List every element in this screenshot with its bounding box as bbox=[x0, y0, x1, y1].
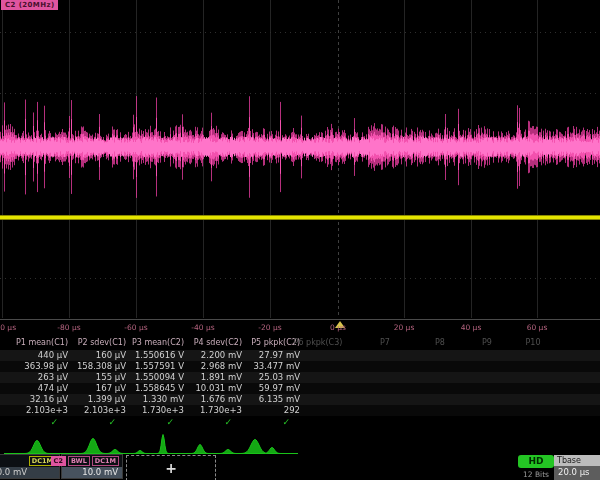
channel-c2-descriptor[interactable]: C2 BWL DC1M 10.0 mV bbox=[61, 454, 123, 479]
measurement-row: 2.103e+32.103e+31.730e+31.730e+3292 bbox=[0, 405, 600, 416]
param-header[interactable]: P4 sdev(C2) bbox=[184, 338, 242, 347]
measurement-value: 10.031 mV bbox=[184, 383, 242, 394]
measurement-value: 167 µV bbox=[68, 383, 126, 394]
timebase-title: Tbase bbox=[554, 455, 600, 466]
measurement-value: 363.98 µV bbox=[10, 361, 68, 372]
c1-vertical-scale: 10.0 mV bbox=[0, 467, 59, 478]
measurement-value: 474 µV bbox=[10, 383, 68, 394]
c2-channel-badge: C2 bbox=[51, 456, 66, 466]
measurement-value: 292 bbox=[242, 405, 300, 416]
green-pulse-trace bbox=[0, 428, 600, 454]
measurement-header-row: P1 mean(C1)P2 sdev(C1)P3 mean(C2)P4 sdev… bbox=[0, 338, 600, 350]
measurement-value: 158.308 µV bbox=[68, 361, 126, 372]
descriptor-row: DC1M 10.0 mV C2 BWL DC1M 10.0 mV + HD 12… bbox=[0, 454, 600, 480]
axis-tick-label: 60 µs bbox=[527, 323, 548, 332]
measurement-value: 6.135 mV bbox=[242, 394, 300, 405]
status-check-icon: ✓ bbox=[174, 416, 232, 428]
waveform-grid bbox=[0, 0, 600, 322]
c2-vertical-scale: 10.0 mV bbox=[62, 467, 122, 478]
timebase-value: 20.0 µs bbox=[554, 466, 600, 479]
measurement-value: 263 µV bbox=[10, 372, 68, 383]
param-header-inactive[interactable]: P7 bbox=[380, 338, 390, 347]
measurement-row: 363.98 µV158.308 µV1.557591 V2.968 mV33.… bbox=[0, 361, 600, 372]
timebase-descriptor[interactable]: Tbase 20.0 µs bbox=[554, 455, 600, 480]
c2-coupling-badge: DC1M bbox=[92, 456, 119, 466]
param-header-inactive[interactable]: P10 bbox=[525, 338, 540, 347]
measurement-value: 2.968 mV bbox=[184, 361, 242, 372]
status-check-icon: ✓ bbox=[232, 416, 290, 428]
measurement-value: 1.557591 V bbox=[126, 361, 184, 372]
status-check-icon: ✓ bbox=[116, 416, 174, 428]
measurement-value: 1.676 mV bbox=[184, 394, 242, 405]
measurement-value: 1.399 µV bbox=[68, 394, 126, 405]
measurement-row: 32.16 µV1.399 µV1.330 mV1.676 mV6.135 mV bbox=[0, 394, 600, 405]
axis-tick-label: -100 µs bbox=[0, 323, 16, 332]
measurement-value: 32.16 µV bbox=[10, 394, 68, 405]
axis-tick-label: 20 µs bbox=[394, 323, 415, 332]
measurement-value: 1.730e+3 bbox=[184, 405, 242, 416]
trace-annotation-badge[interactable]: C2 (20MHz) bbox=[1, 0, 58, 10]
status-row: ✓✓✓✓✓ bbox=[0, 416, 600, 428]
measurement-value: 25.03 mV bbox=[242, 372, 300, 383]
measurement-value: 1.730e+3 bbox=[126, 405, 184, 416]
axis-tick-label: 40 µs bbox=[461, 323, 482, 332]
measurement-value: 160 µV bbox=[68, 350, 126, 361]
measurement-value: 1.550094 V bbox=[126, 372, 184, 383]
measurement-value: 1.330 mV bbox=[126, 394, 184, 405]
measurement-value: 2.103e+3 bbox=[10, 405, 68, 416]
time-axis: -100 µs-80 µs-60 µs-40 µs-20 µs0 µs20 µs… bbox=[0, 320, 600, 337]
status-check-icon: ✓ bbox=[0, 416, 58, 428]
axis-tick-label: -60 µs bbox=[124, 323, 147, 332]
oscilloscope-screen: C2 (20MHz) -100 µs-80 µs-60 µs-40 µs-20 … bbox=[0, 0, 600, 480]
measurement-value: 33.477 mV bbox=[242, 361, 300, 372]
measurement-row: 474 µV167 µV1.558645 V10.031 mV59.97 mV bbox=[0, 383, 600, 394]
measurement-value: 2.200 mV bbox=[184, 350, 242, 361]
measurement-value: 59.97 mV bbox=[242, 383, 300, 394]
measurement-value: 440 µV bbox=[10, 350, 68, 361]
measurement-row: 440 µV160 µV1.550616 V2.200 mV27.97 mV bbox=[0, 350, 600, 361]
param-header[interactable]: P2 sdev(C1) bbox=[68, 338, 126, 347]
param-header[interactable]: P5 pkpk(C2) bbox=[242, 338, 300, 347]
axis-tick-label: 0 µs bbox=[330, 323, 346, 332]
param-header-inactive[interactable]: P9 bbox=[482, 338, 492, 347]
param-header-inactive[interactable]: P8 bbox=[435, 338, 445, 347]
hd-bits-label: 12 Bits bbox=[518, 470, 554, 479]
param-header[interactable]: P3 mean(C2) bbox=[126, 338, 184, 347]
hd-mode-badge[interactable]: HD bbox=[518, 455, 554, 468]
status-check-icon: ✓ bbox=[58, 416, 116, 428]
add-new-trace-button[interactable]: + bbox=[126, 455, 216, 480]
measurement-value: 1.550616 V bbox=[126, 350, 184, 361]
measurement-value: 1.891 mV bbox=[184, 372, 242, 383]
c2-bwl-badge: BWL bbox=[68, 456, 90, 466]
param-header-inactive[interactable]: P6 pkpk(C3) bbox=[294, 338, 343, 347]
measurement-value: 155 µV bbox=[68, 372, 126, 383]
measurement-value: 27.97 mV bbox=[242, 350, 300, 361]
axis-tick-label: -80 µs bbox=[57, 323, 80, 332]
param-header[interactable]: P1 mean(C1) bbox=[10, 338, 68, 347]
axis-tick-label: -40 µs bbox=[191, 323, 214, 332]
measurement-row: 263 µV155 µV1.550094 V1.891 mV25.03 mV bbox=[0, 372, 600, 383]
measurement-value: 2.103e+3 bbox=[68, 405, 126, 416]
measurement-value: 1.558645 V bbox=[126, 383, 184, 394]
measurement-table[interactable]: P1 mean(C1)P2 sdev(C1)P3 mean(C2)P4 sdev… bbox=[0, 338, 600, 428]
axis-tick-label: -20 µs bbox=[258, 323, 281, 332]
